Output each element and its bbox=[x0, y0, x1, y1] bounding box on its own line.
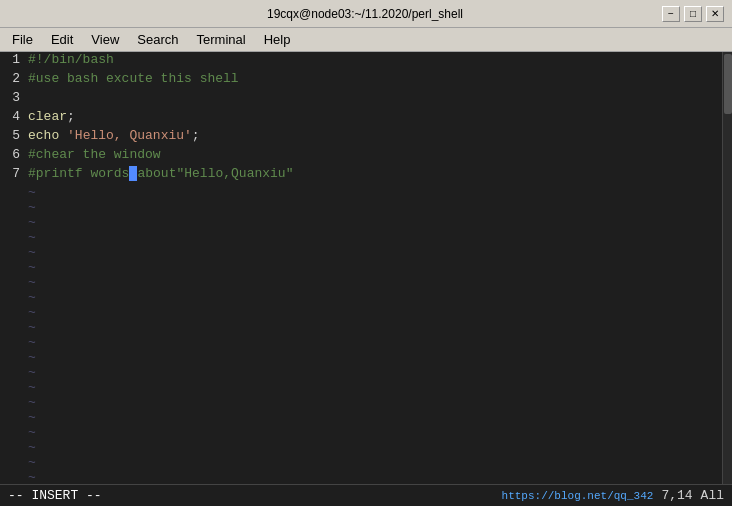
line-number: 4 bbox=[0, 109, 28, 124]
tilde-line: ~ bbox=[0, 410, 722, 425]
line-number: 6 bbox=[0, 147, 28, 162]
line-content: #use bash excute this shell bbox=[28, 71, 239, 86]
line-number: 3 bbox=[0, 90, 28, 105]
menu-file[interactable]: File bbox=[4, 30, 41, 49]
table-row: 4 clear; bbox=[0, 109, 722, 128]
tilde-line: ~ bbox=[0, 380, 722, 395]
tilde-line: ~ bbox=[0, 365, 722, 380]
tilde-line: ~ bbox=[0, 440, 722, 455]
menu-view[interactable]: View bbox=[83, 30, 127, 49]
status-url: https://blog.net/qq_342 bbox=[502, 490, 654, 502]
scrollbar[interactable] bbox=[722, 52, 732, 484]
title-bar: 19cqx@node03:~/11.2020/perl_shell − □ ✕ bbox=[0, 0, 732, 28]
tilde-line: ~ bbox=[0, 245, 722, 260]
window-controls[interactable]: − □ ✕ bbox=[662, 6, 724, 22]
code-lines: 1 #!/bin/bash 2 #use bash excute this sh… bbox=[0, 52, 722, 484]
tilde-line: ~ bbox=[0, 455, 722, 470]
maximize-button[interactable]: □ bbox=[684, 6, 702, 22]
tilde-line: ~ bbox=[0, 230, 722, 245]
table-row: 5 echo 'Hello, Quanxiu'; bbox=[0, 128, 722, 147]
tilde-line: ~ bbox=[0, 305, 722, 320]
table-row: 6 #chear the window bbox=[0, 147, 722, 166]
table-row: 7 #printf wordsabout"Hello,Quanxiu" bbox=[0, 166, 722, 185]
status-url2: net/qq_342 bbox=[587, 490, 653, 502]
line-content: #chear the window bbox=[28, 147, 161, 162]
tilde-line: ~ bbox=[0, 320, 722, 335]
tilde-line: ~ bbox=[0, 350, 722, 365]
window-title: 19cqx@node03:~/11.2020/perl_shell bbox=[68, 7, 662, 21]
tilde-line: ~ bbox=[0, 200, 722, 215]
tilde-line: ~ bbox=[0, 425, 722, 440]
line-content: #printf wordsabout"Hello,Quanxiu" bbox=[28, 166, 293, 181]
status-bar: -- INSERT -- https://blog.net/qq_342 7,1… bbox=[0, 484, 732, 506]
editor-content[interactable]: 1 #!/bin/bash 2 #use bash excute this sh… bbox=[0, 52, 722, 484]
line-content bbox=[28, 90, 36, 105]
tilde-line: ~ bbox=[0, 215, 722, 230]
table-row: 2 #use bash excute this shell bbox=[0, 71, 722, 90]
status-right: https://blog.net/qq_342 7,14 All bbox=[502, 488, 724, 503]
tilde-line: ~ bbox=[0, 260, 722, 275]
line-content: #!/bin/bash bbox=[28, 52, 114, 67]
tilde-line: ~ bbox=[0, 185, 722, 200]
line-content: clear; bbox=[28, 109, 75, 124]
line-number: 5 bbox=[0, 128, 28, 143]
tilde-line: ~ bbox=[0, 275, 722, 290]
tilde-line: ~ bbox=[0, 290, 722, 305]
minimize-button[interactable]: − bbox=[662, 6, 680, 22]
insert-mode: -- INSERT -- bbox=[8, 488, 102, 503]
menu-help[interactable]: Help bbox=[256, 30, 299, 49]
menu-search[interactable]: Search bbox=[129, 30, 186, 49]
tilde-line: ~ bbox=[0, 395, 722, 410]
menu-edit[interactable]: Edit bbox=[43, 30, 81, 49]
scroll-position: All bbox=[701, 488, 724, 503]
line-number: 7 bbox=[0, 166, 28, 181]
scrollbar-thumb[interactable] bbox=[724, 54, 732, 114]
table-row: 3 bbox=[0, 90, 722, 109]
editor-area[interactable]: 1 #!/bin/bash 2 #use bash excute this sh… bbox=[0, 52, 732, 484]
line-number: 1 bbox=[0, 52, 28, 67]
line-content: echo 'Hello, Quanxiu'; bbox=[28, 128, 200, 143]
menu-bar: File Edit View Search Terminal Help bbox=[0, 28, 732, 52]
table-row: 1 #!/bin/bash bbox=[0, 52, 722, 71]
tilde-line: ~ bbox=[0, 470, 722, 484]
line-number: 2 bbox=[0, 71, 28, 86]
menu-terminal[interactable]: Terminal bbox=[189, 30, 254, 49]
cursor-position: 7,14 bbox=[661, 488, 692, 503]
close-button[interactable]: ✕ bbox=[706, 6, 724, 22]
tilde-line: ~ bbox=[0, 335, 722, 350]
